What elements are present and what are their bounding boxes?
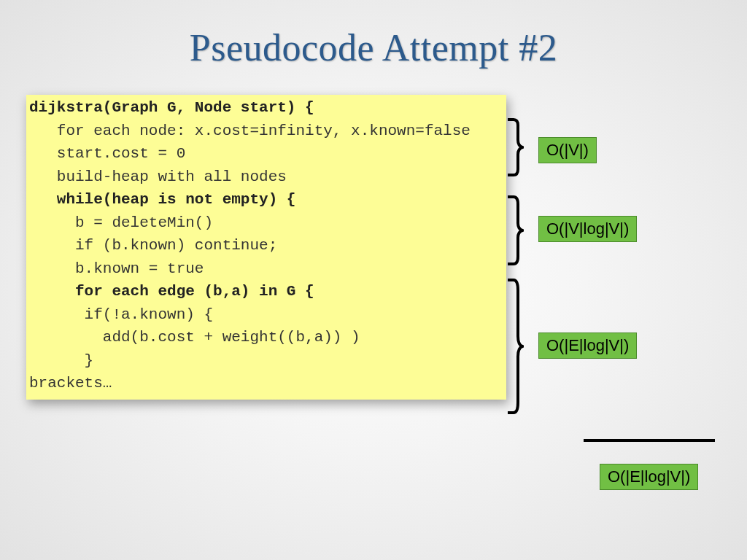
code-line: brackets… bbox=[29, 375, 112, 392]
code-line: b.known = true bbox=[29, 260, 204, 277]
complexity-total-label: O(|E|log|V|) bbox=[600, 464, 698, 490]
code-line: while(heap is not empty) { bbox=[29, 191, 295, 208]
slide: Pseudocode Attempt #2 dijkstra(Graph G, … bbox=[0, 0, 747, 560]
brace-icon bbox=[505, 279, 524, 414]
code-line: } bbox=[29, 352, 93, 369]
complexity-label: O(|V|log|V|) bbox=[538, 216, 637, 242]
code-line: for each edge (b,a) in G { bbox=[29, 283, 314, 300]
code-line: dijkstra(Graph G, Node start) { bbox=[29, 99, 314, 116]
code-line: build-heap with all nodes bbox=[29, 168, 287, 185]
brace-icon bbox=[505, 195, 524, 265]
complexity-label: O(|E|log|V|) bbox=[538, 332, 637, 359]
slide-title: Pseudocode Attempt #2 bbox=[0, 26, 747, 69]
code-line: if(!a.known) { bbox=[29, 306, 213, 323]
code-line: for each node: x.cost=infinity, x.known=… bbox=[29, 122, 471, 139]
code-line: add(b.cost + weight((b,a)) ) bbox=[29, 329, 360, 346]
brace-icon bbox=[505, 118, 524, 176]
complexity-label: O(|V|) bbox=[538, 137, 597, 163]
code-line: b = deleteMin() bbox=[29, 214, 213, 231]
code-line: if (b.known) continue; bbox=[29, 237, 277, 254]
code-line: start.cost = 0 bbox=[29, 145, 185, 162]
pseudocode-block: dijkstra(Graph G, Node start) { for each… bbox=[26, 95, 506, 400]
divider-line bbox=[584, 439, 715, 442]
